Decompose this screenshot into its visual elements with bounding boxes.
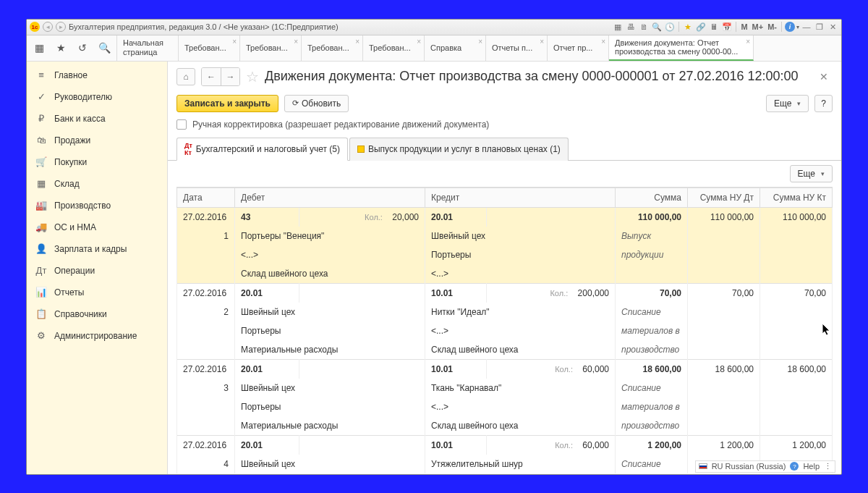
top-tab[interactable]: Отчет пр...× — [548, 35, 609, 61]
sidebar-item[interactable]: 🛒Покупки — [27, 151, 167, 173]
nav-back-icon[interactable]: ◂ — [43, 22, 53, 32]
table-row[interactable]: Склад швейного цеха<...> — [177, 264, 833, 284]
save-close-button[interactable]: Записать и закрыть — [176, 95, 278, 112]
tb-m[interactable]: M — [739, 22, 749, 31]
sidebar-item[interactable]: ✓Руководителю — [27, 86, 167, 108]
apps-icon[interactable]: ▦ — [33, 41, 46, 54]
sidebar-icon: 🏭 — [35, 200, 47, 211]
tb-star-icon[interactable]: ★ — [682, 21, 694, 33]
manual-edit-checkbox[interactable] — [176, 119, 187, 130]
table-row[interactable]: Портьеры<...>материалов в — [177, 321, 833, 340]
tab-close-icon[interactable]: × — [417, 38, 421, 46]
table-row[interactable]: <...>Портьерыпродукции — [177, 245, 833, 264]
tab-close-icon[interactable]: × — [294, 38, 298, 46]
sidebar-item[interactable]: 🚚ОС и НМА — [27, 216, 167, 238]
table-row[interactable]: Портьеры<...>материалов в — [177, 397, 833, 416]
sidebar-item[interactable]: ▦Склад — [27, 173, 167, 195]
favorite-star-icon[interactable]: ☆ — [246, 68, 259, 85]
close-window-icon[interactable]: ✕ — [827, 21, 838, 33]
grid-more-button[interactable]: Еще — [790, 165, 833, 182]
tab-label: Отчеты п... — [492, 43, 541, 53]
more-button[interactable]: Еще — [766, 95, 809, 112]
tb-clock-icon[interactable]: 🕓 — [664, 21, 676, 33]
col-nudt[interactable]: Сумма НУ Дт — [688, 187, 760, 207]
sidebar-item[interactable]: ₽Банк и касса — [27, 108, 167, 130]
grid-scroll[interactable]: Дата Дебет Кредит Сумма Сумма НУ Дт Сумм… — [176, 187, 833, 474]
top-tab[interactable]: Требован...× — [179, 35, 240, 61]
search-icon[interactable]: 🔍 — [98, 41, 111, 54]
top-tab[interactable]: Требован...× — [240, 35, 302, 61]
col-credit[interactable]: Кредит — [425, 187, 615, 207]
sidebar-item[interactable]: 🏭Производство — [27, 195, 167, 216]
col-nukt[interactable]: Сумма НУ Кт — [760, 187, 833, 207]
tab-close-icon[interactable]: × — [355, 38, 359, 46]
manual-edit-row: Ручная корректировка (разрешает редактир… — [168, 115, 841, 134]
back-button[interactable]: ← — [202, 68, 221, 85]
top-tab[interactable]: Справка× — [425, 35, 486, 61]
sidebar-item[interactable]: ⚙Администрирование — [27, 325, 167, 347]
table-row[interactable]: 3Швейный цехТкань "Карнавал"Списание — [177, 379, 833, 397]
tab-close-icon[interactable]: × — [540, 38, 544, 46]
sidebar-item[interactable]: 📊Отчеты — [27, 282, 167, 303]
table-row[interactable]: 27.02.201620.0110.01Кол.: 60,00018 600,0… — [177, 359, 833, 379]
info-icon[interactable]: i — [785, 22, 795, 32]
sidebar-item[interactable]: ≡Главное — [27, 64, 167, 86]
minimize-icon[interactable]: — — [801, 21, 812, 33]
nav-fwd-icon[interactable]: ▸ — [56, 22, 66, 32]
maximize-icon[interactable]: ❐ — [814, 21, 825, 33]
help-button[interactable]: ? — [814, 95, 833, 112]
sidebar-icon: 📋 — [35, 308, 47, 319]
tab-label-2: страница — [123, 48, 172, 57]
tab-output[interactable]: Выпуск продукции и услуг в плановых цена… — [349, 138, 569, 161]
home-button[interactable]: ⌂ — [176, 68, 195, 85]
tb-cal-icon[interactable]: 📅 — [721, 21, 733, 33]
sidebar: ≡Главное✓Руководителю₽Банк и касса🛍Прода… — [27, 62, 168, 474]
info-dropdown-icon[interactable]: ▾ — [796, 24, 799, 30]
table-row[interactable]: Материальные расходыСклад швейного цехап… — [177, 340, 833, 360]
tab-close-icon[interactable]: × — [746, 38, 750, 46]
page-close-icon[interactable]: ✕ — [815, 71, 833, 83]
tb-search-icon[interactable]: 🔍 — [651, 21, 663, 33]
table-row[interactable]: 27.02.201643Кол.: 20,00020.01110 000,001… — [177, 207, 833, 227]
table-row[interactable]: 27.02.201620.0110.01Кол.: 200,00070,0070… — [177, 283, 833, 303]
table-row[interactable]: 2Швейный цехНитки "Идеал"Списание — [177, 303, 833, 321]
sidebar-item[interactable]: 🛍Продажи — [27, 130, 167, 151]
tb-mminus[interactable]: M- — [766, 22, 778, 31]
sidebar-item[interactable]: 📋Справочники — [27, 303, 167, 325]
tab-close-icon[interactable]: × — [232, 38, 237, 46]
top-tab[interactable]: Требован...× — [363, 35, 425, 61]
col-debit[interactable]: Дебет — [235, 187, 425, 207]
table-row[interactable]: 1Портьеры "Венеция"Швейный цехВыпуск — [177, 227, 833, 245]
lang-label[interactable]: RU Russian (Russia) — [712, 462, 786, 471]
tb-link-icon[interactable]: 🔗 — [695, 21, 707, 33]
col-date[interactable]: Дата — [177, 187, 235, 207]
tab-close-icon[interactable]: × — [478, 38, 482, 46]
refresh-button[interactable]: ⟳ Обновить — [284, 95, 349, 112]
action-bar: Записать и закрыть ⟳ Обновить Еще ? — [168, 92, 841, 115]
top-tab[interactable]: Отчеты п...× — [486, 35, 548, 61]
tb-mplus[interactable]: M+ — [751, 22, 765, 31]
sidebar-item[interactable]: ДтОперации — [27, 260, 167, 282]
table-row[interactable]: Материальные расходыСклад швейного цехап… — [177, 416, 833, 436]
tb-print-icon[interactable]: 🖶 — [625, 21, 637, 33]
tb-doc-icon[interactable]: 🗎 — [638, 21, 650, 33]
col-sum[interactable]: Сумма — [616, 187, 688, 207]
table-row[interactable]: 27.02.201620.0110.01Кол.: 60,0001 200,00… — [177, 435, 833, 455]
tab-output-label: Выпуск продукции и услуг в плановых цена… — [368, 144, 561, 154]
status-help-label[interactable]: Help — [803, 462, 820, 471]
lang-flag-icon — [699, 463, 707, 469]
status-help-icon[interactable]: ? — [790, 462, 799, 471]
tab-accounting[interactable]: ДтКт Бухгалтерский и налоговый учет (5) — [176, 138, 348, 161]
forward-button[interactable]: → — [221, 68, 239, 85]
tb-grid-icon[interactable]: ▦ — [612, 21, 624, 33]
sidebar-item[interactable]: 👤Зарплата и кадры — [27, 238, 167, 260]
tb-calc-icon[interactable]: 🖩 — [708, 21, 720, 33]
favorite-icon[interactable]: ★ — [54, 41, 67, 54]
history-icon[interactable]: ↺ — [76, 41, 89, 54]
tab-label: Движения документа: Отчет — [615, 38, 747, 48]
top-tab[interactable]: Начальнаястраница — [117, 35, 179, 61]
tab-strip: НачальнаястраницаТребован...×Требован...… — [117, 35, 841, 61]
top-tab[interactable]: Требован...× — [302, 35, 363, 61]
tab-close-icon[interactable]: × — [601, 38, 605, 46]
top-tab[interactable]: Движения документа: Отчетпроизводства за… — [609, 35, 754, 61]
